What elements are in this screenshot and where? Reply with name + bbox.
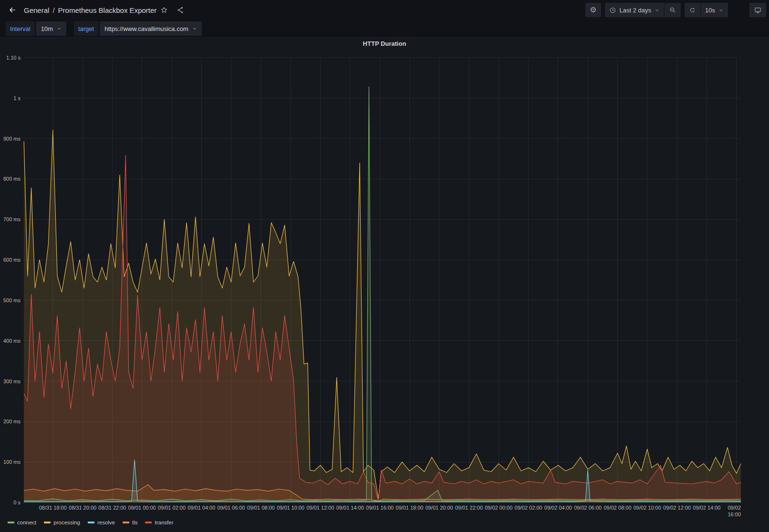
x-axis-tick: 08/31 18:00: [39, 505, 67, 511]
legend-swatch: [145, 522, 152, 523]
interval-variable-select[interactable]: 10m: [36, 21, 66, 36]
interval-variable-label: Interval: [6, 21, 35, 36]
legend-swatch: [88, 522, 94, 523]
y-axis-tick: 0 s: [13, 500, 21, 505]
x-axis-tick: 16:00: [727, 512, 741, 517]
refresh-interval-label: 10s: [705, 7, 715, 14]
legend-label: tls: [132, 520, 138, 525]
x-axis-tick: 09/01 08:00: [247, 505, 275, 511]
legend-item-resolve[interactable]: resolve: [88, 520, 115, 525]
x-axis-tick: 09/02: [727, 505, 741, 511]
y-axis-tick: 600 ms: [3, 257, 21, 263]
chevron-down-icon: [718, 8, 724, 13]
legend-swatch: [123, 522, 129, 523]
breadcrumb-separator: /: [52, 6, 54, 14]
monitor-icon: [754, 6, 762, 14]
time-range-picker[interactable]: Last 2 days: [605, 3, 665, 17]
legend-item-processing[interactable]: processing: [44, 520, 80, 525]
x-axis-tick: 09/01 02:00: [158, 505, 186, 511]
legend-label: connect: [17, 520, 36, 525]
chevron-down-icon: [192, 26, 197, 31]
target-variable-value: https://www.cavallimusica.com: [104, 25, 188, 32]
top-navbar: General / Prometheus Blackbox Exporter ⚙…: [0, 0, 769, 20]
y-axis-tick: 1 s: [13, 95, 21, 101]
x-axis-tick: 09/01 18:00: [395, 505, 423, 511]
arrow-left-icon: [8, 5, 17, 15]
legend-item-connect[interactable]: connect: [8, 520, 36, 525]
share-alt-icon: [177, 6, 184, 14]
x-axis-tick: 09/01 00:00: [128, 505, 156, 511]
breadcrumb-dashboard-title: Prometheus Blackbox Exporter: [58, 6, 157, 14]
x-axis-tick: 08/31 20:00: [69, 505, 96, 511]
x-axis-tick: 09/01 06:00: [218, 505, 245, 511]
back-button[interactable]: [5, 3, 20, 17]
star-icon: [160, 6, 168, 14]
interval-variable-value: 10m: [41, 25, 53, 32]
dashboard-submenu: Interval 10m target https://www.cavallim…: [0, 20, 769, 37]
magnifier-minus-icon: [669, 6, 676, 14]
legend-swatch: [44, 522, 51, 523]
x-axis-tick: 09/02 14:00: [693, 505, 720, 511]
x-axis-tick: 09/02 08:00: [603, 505, 631, 511]
y-axis-tick: 200 ms: [3, 419, 21, 424]
chevron-down-icon: [655, 8, 660, 13]
zoom-out-button[interactable]: [665, 3, 681, 17]
x-axis-tick: 09/01 10:00: [277, 505, 304, 511]
target-variable-label: target: [74, 21, 98, 36]
gear-icon: ⚙: [590, 6, 596, 14]
breadcrumb: General / Prometheus Blackbox Exporter: [24, 6, 156, 14]
x-axis-tick: 09/02 02:00: [515, 505, 542, 511]
x-axis-tick: 09/02 10:00: [634, 505, 661, 511]
x-axis-tick: 09/01 20:00: [426, 505, 453, 511]
refresh-group: 10s: [685, 3, 728, 17]
dashboard-settings-button[interactable]: ⚙: [585, 3, 601, 17]
breadcrumb-folder[interactable]: General: [24, 6, 49, 14]
y-axis-tick: 700 ms: [3, 216, 21, 222]
http-duration-panel: 1.10 s1 s900 ms800 ms700 ms600 ms500 ms4…: [0, 37, 769, 532]
time-picker-group: Last 2 days: [605, 3, 681, 17]
x-axis-tick: 09/02 04:00: [544, 505, 572, 511]
y-axis-tick: 900 ms: [3, 136, 21, 142]
clock-icon: [609, 7, 616, 14]
legend-item-transfer[interactable]: transfer: [145, 520, 173, 525]
x-axis-tick: 09/02 06:00: [574, 505, 602, 511]
x-axis-tick: 09/02 00:00: [485, 505, 512, 511]
y-axis-tick: 400 ms: [3, 338, 21, 344]
y-axis-tick: 1.10 s: [6, 55, 21, 61]
refresh-icon: [689, 7, 696, 14]
y-axis-tick: 300 ms: [3, 379, 21, 384]
legend-label: processing: [53, 520, 80, 525]
x-axis-tick: 09/01 12:00: [306, 505, 334, 511]
y-axis-tick: 100 ms: [3, 459, 21, 465]
x-axis-tick: 09/02 12:00: [663, 505, 691, 511]
time-range-label: Last 2 days: [620, 7, 652, 14]
share-button[interactable]: [174, 4, 187, 16]
target-variable: target https://www.cavallimusica.com: [74, 21, 202, 36]
x-axis-tick: 08/31 22:00: [98, 505, 126, 511]
favorite-button[interactable]: [157, 4, 171, 16]
legend-label: transfer: [155, 520, 173, 525]
x-axis-tick: 09/01 16:00: [366, 505, 394, 511]
x-axis-tick: 09/01 22:00: [455, 505, 483, 511]
x-axis-tick: 09/01 04:00: [187, 505, 215, 511]
chart-legend: connectprocessingresolvetlstransfer: [8, 517, 173, 528]
legend-item-tls[interactable]: tls: [123, 520, 138, 525]
refresh-interval-picker[interactable]: 10s: [701, 3, 728, 17]
interval-variable: Interval 10m: [6, 21, 66, 36]
target-variable-select[interactable]: https://www.cavallimusica.com: [100, 21, 202, 36]
http-duration-chart[interactable]: 1.10 s1 s900 ms800 ms700 ms600 ms500 ms4…: [0, 38, 769, 517]
legend-label: resolve: [97, 520, 115, 525]
chevron-down-icon: [57, 26, 62, 31]
y-axis-tick: 800 ms: [3, 176, 21, 182]
tv-mode-button[interactable]: [749, 3, 766, 17]
panel-title[interactable]: HTTP Duration: [0, 40, 769, 47]
y-axis-tick: 500 ms: [3, 297, 21, 303]
refresh-button[interactable]: [685, 3, 700, 17]
legend-swatch: [8, 522, 14, 523]
x-axis-tick: 09/01 14:00: [336, 505, 364, 511]
